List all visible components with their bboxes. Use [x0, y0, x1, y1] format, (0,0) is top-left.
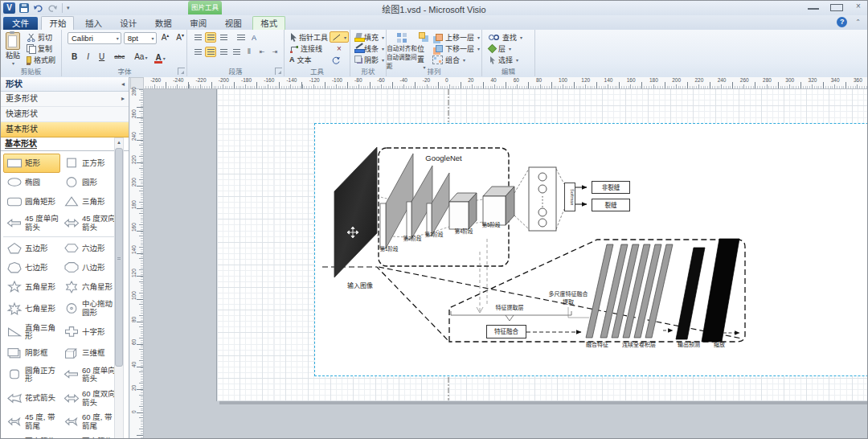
shape-item-arrow2[interactable]: 60 度双向箭头	[60, 387, 117, 410]
scrollbar-thumb[interactable]	[115, 148, 123, 367]
align-left-icon[interactable]	[192, 47, 203, 57]
shape-item-arrow2[interactable]: 可变箭头 2	[60, 434, 117, 439]
shape-item-circle[interactable]: 圆形	[60, 173, 117, 192]
bring-forward-button[interactable]: 上移一层▾	[431, 31, 481, 43]
pointer-tool-button[interactable]: 指针工具	[288, 31, 330, 43]
cut-button[interactable]: 剪切	[25, 31, 57, 43]
bullets-icon[interactable]	[235, 32, 247, 43]
tab-design[interactable]: 设计	[113, 17, 144, 31]
select-button[interactable]: 选择▾	[487, 54, 534, 65]
feature-fusion-box[interactable]: 特征融合	[486, 325, 526, 338]
shape-item-pent[interactable]: 五边形	[3, 239, 60, 258]
align-middle-icon[interactable]	[205, 32, 216, 43]
find-button[interactable]: 查找▾	[487, 31, 534, 43]
paste-button[interactable]: 粘贴▾	[1, 30, 25, 66]
vertical-ruler[interactable]: 280260240220200180160140120100806040200	[130, 89, 144, 439]
tab-data[interactable]: 数据	[148, 17, 179, 31]
align-top-icon[interactable]	[192, 32, 203, 43]
crack-box[interactable]: 裂缝	[592, 199, 630, 211]
shape-item-star7[interactable]: 七角星形	[3, 297, 60, 320]
fc-layer-shape[interactable]	[529, 167, 556, 231]
connection-point-button[interactable]: ×	[330, 43, 349, 54]
increase-indent-icon[interactable]: ⇥	[269, 47, 280, 57]
shape-item-rrect[interactable]: 圆角矩形	[3, 192, 60, 211]
shape-item-hept[interactable]: 七边形	[3, 258, 60, 277]
font-color-button[interactable]: A▾	[154, 49, 165, 64]
tab-home[interactable]: 开始	[41, 16, 74, 31]
collapse-panel-icon[interactable]: ◂	[121, 77, 125, 91]
connector-tool-button[interactable]: 连接线	[288, 43, 330, 54]
rotate-tool-button[interactable]	[330, 54, 349, 65]
minimize-button[interactable]	[808, 2, 819, 13]
fill-button[interactable]: 填充▾	[353, 31, 386, 43]
bold-button[interactable]: B	[69, 52, 80, 61]
shape-item-arrow1[interactable]: 可变箭头 1	[3, 434, 60, 439]
more-shapes-item[interactable]: 更多形状▸	[1, 92, 129, 107]
format-painter-button[interactable]: 格式刷	[25, 54, 57, 65]
shape-item-tri[interactable]: 三角形	[60, 192, 117, 211]
close-button[interactable]: ×	[853, 2, 864, 13]
help-icon[interactable]: ?	[837, 17, 847, 27]
shape-item-cross[interactable]: 十字形	[60, 321, 117, 344]
shape-item-box3d[interactable]: 三维框	[60, 344, 117, 363]
copy-button[interactable]: 复制	[25, 43, 57, 54]
shape-item-star5[interactable]: 五角星形	[3, 277, 60, 297]
italic-button[interactable]: I	[84, 52, 92, 61]
line-tool-button[interactable]: ▾	[330, 31, 349, 43]
shape-item-rect[interactable]: 矩形	[3, 154, 60, 173]
tab-review[interactable]: 审阅	[182, 17, 214, 31]
layers-button[interactable]: 层▾	[487, 43, 534, 54]
shape-item-rsquare[interactable]: 圆角正方形	[3, 363, 60, 387]
non-crack-box[interactable]: 非裂缝	[592, 181, 630, 194]
shape-item-shadowbox[interactable]: 阴影框	[3, 344, 60, 363]
justify-icon[interactable]	[231, 47, 242, 57]
shape-item-ellipse[interactable]: 椭圆	[3, 173, 60, 192]
shape-item-arrow1[interactable]: 45 度单向箭头	[3, 211, 60, 235]
scroll-up-icon[interactable]: ▲	[115, 138, 123, 146]
shape-item-star6[interactable]: 六角星形	[60, 277, 117, 297]
group-button[interactable]: 组合▾	[431, 54, 481, 65]
align-center-icon[interactable]	[205, 47, 216, 57]
strikethrough-button[interactable]: abc	[112, 53, 127, 60]
output-prediction-shape[interactable]	[676, 248, 705, 339]
shape-item-oct[interactable]: 八边形	[60, 258, 117, 277]
basic-shapes-stencil-item[interactable]: 基本形状	[1, 122, 129, 137]
restore-button[interactable]	[830, 2, 841, 13]
shape-item-arrow2[interactable]: 45 度双向箭头	[60, 211, 117, 235]
font-size-select[interactable]: 8pt▾	[124, 32, 157, 44]
send-backward-button[interactable]: 下移一层▾	[431, 43, 481, 54]
auto-align-button[interactable]: 自动对齐和 自动调整间距	[387, 30, 417, 70]
align-bottom-icon[interactable]	[218, 32, 229, 43]
position-button[interactable]: 位置▾	[417, 30, 431, 70]
align-right-icon[interactable]	[218, 47, 229, 57]
softmax-box[interactable]: Softmax	[564, 183, 575, 211]
shrink-font-button[interactable]: A▾	[174, 32, 186, 44]
shape-item-arrow1[interactable]: 60 度单向箭头	[60, 363, 117, 387]
line-button[interactable]: 线条▾	[353, 43, 386, 54]
tab-insert[interactable]: 插入	[78, 17, 109, 31]
shape-item-square[interactable]: 正方形	[60, 154, 117, 173]
tab-format[interactable]: 格式	[252, 16, 285, 31]
underline-button[interactable]: U	[96, 52, 107, 61]
text-options-icon[interactable]: A	[248, 32, 260, 43]
shape-item-ccircle[interactable]: 中心拖动圆形	[60, 297, 117, 320]
shape-item-tail[interactable]: 60 度, 带箭尾	[60, 410, 117, 433]
minimize-ribbon-icon[interactable]: ⌃	[855, 18, 861, 26]
stage-4-shape[interactable]	[449, 193, 477, 229]
text-tool-button[interactable]: A 文本	[288, 54, 330, 65]
tab-file[interactable]: 文件	[3, 17, 38, 31]
input-image-shape[interactable]	[334, 147, 377, 277]
shapes-scrollbar[interactable]: ▲	[114, 137, 124, 439]
drawing-canvas[interactable]: GoogleNet 输入图像 第1阶段 第2阶段 第3阶段 第4阶段 第5阶段 …	[144, 89, 868, 439]
text-direction-icon[interactable]: ⫴	[244, 47, 255, 57]
change-case-button[interactable]: Aa▾	[132, 52, 149, 61]
grow-font-button[interactable]: A▴	[159, 32, 172, 44]
scale-output-shape[interactable]	[702, 239, 739, 342]
tab-view[interactable]: 视图	[218, 17, 249, 31]
decrease-indent-icon[interactable]: ⇤	[256, 47, 268, 57]
shapes-panel-header[interactable]: 形状◂	[1, 77, 129, 92]
shape-item-fancy[interactable]: 花式箭头	[3, 387, 60, 410]
stage-5-shape[interactable]	[483, 187, 514, 225]
horizontal-ruler[interactable]: -260-240-220-200-180-160-140-120-100-80-…	[130, 77, 868, 89]
shadow-button[interactable]: 阴影▾	[353, 54, 386, 65]
